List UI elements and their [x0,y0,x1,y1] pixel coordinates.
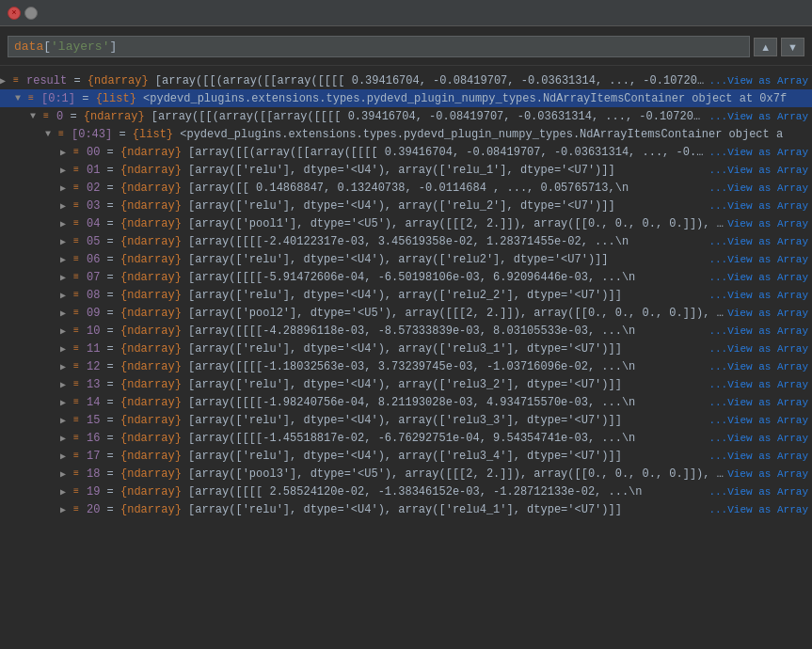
tree-arrow[interactable] [60,308,73,319]
view-as-array-link[interactable]: ...View as Array [705,415,808,426]
list-icon: ≡ [73,182,87,193]
view-as-array-link[interactable]: ...View as Array [705,236,808,247]
expression-input[interactable]: data['layers'] [8,36,750,57]
tree-arrow[interactable] [60,433,73,444]
view-as-array-link[interactable]: ...View as Array [705,504,808,515]
list-icon: ≡ [13,75,26,86]
view-as-array-link[interactable]: View as Array [724,218,808,230]
tree-row[interactable]: ≡ 11 = {ndarray} [array(['relu'], dtype=… [0,340,812,357]
tree-arrow[interactable] [60,165,73,176]
view-as-array-link[interactable]: ...View as Array [705,325,808,337]
tree-row[interactable]: ≡ result = {ndarray} [array([[(array([[a… [0,71,812,89]
list-icon: ≡ [28,93,41,103]
tree-row[interactable]: ≡ 18 = {ndarray} [array(['pool3'], dtype… [0,465,812,483]
tree-row[interactable]: ≡ 01 = {ndarray} [array(['relu'], dtype=… [0,161,812,179]
view-as-array-link[interactable]: ...View as Array [705,290,808,301]
view-as-array-link[interactable]: ...View as Array [705,165,808,176]
tree-arrow[interactable] [60,415,73,426]
row-content: 07 = {ndarray} [array([[[[-5.91472606e-0… [87,271,705,284]
view-as-array-link[interactable]: ...View as Array [705,182,808,194]
row-content: 09 = {ndarray} [array(['pool2'], dtype='… [87,307,724,320]
tree-arrow[interactable] [60,325,73,337]
tree-row[interactable]: ≡ 16 = {ndarray} [array([[[[-1.45518817e… [0,429,812,447]
tree-row[interactable]: ≡ 19 = {ndarray} [array([[[[ 2.58524120e… [0,483,812,500]
tree-arrow[interactable] [60,272,73,283]
view-as-array-link[interactable]: ...View as Array [705,254,808,265]
minimize-button[interactable] [24,7,38,20]
tree-arrow[interactable] [60,468,73,480]
row-content: 16 = {ndarray} [array([[[[-1.45518817e-0… [87,432,705,445]
tree-arrow[interactable] [60,236,73,247]
tree-row[interactable]: ≡ 0 = {ndarray} [array([[(array([[array(… [0,107,812,125]
view-as-array-link[interactable]: ...View as Array [705,111,808,122]
tree-arrow[interactable] [0,75,13,87]
view-as-array-link[interactable]: ...View as Array [705,272,808,283]
expand-button[interactable]: ▼ [781,38,804,56]
tree-arrow[interactable] [60,504,73,515]
tree-row[interactable]: ≡ 13 = {ndarray} [array(['relu'], dtype=… [0,375,812,393]
view-as-array-link[interactable]: ...View as Array [705,343,808,355]
tree-row[interactable]: ≡ 14 = {ndarray} [array([[[[-1.98240756e… [0,393,812,411]
tree-arrow[interactable] [60,397,73,408]
view-as-array-link[interactable]: ...View as Array [705,147,808,158]
tree-arrow[interactable] [15,93,28,103]
tree-arrow[interactable] [45,129,58,139]
row-content: 11 = {ndarray} [array(['relu'], dtype='<… [87,342,705,356]
tree-row[interactable]: ≡ 04 = {ndarray} [array(['pool1'], dtype… [0,214,812,232]
tree-row[interactable]: ≡ 20 = {ndarray} [array(['relu'], dtype=… [0,500,812,518]
tree-row[interactable]: ≡ 02 = {ndarray} [array([[ 0.14868847, 0… [0,179,812,197]
collapse-button[interactable]: ▲ [754,38,777,56]
list-icon: ≡ [73,397,87,407]
list-icon: ≡ [73,200,87,211]
row-content: [0:43] = {list} <pydevd_plugins.extensio… [72,128,808,141]
close-button[interactable]: × [8,7,21,20]
tree-arrow[interactable] [60,451,73,462]
tree-row[interactable]: ≡ 09 = {ndarray} [array(['pool2'], dtype… [0,304,812,322]
row-content: 0 = {ndarray} [array([[(array([[array([[… [56,110,705,123]
tree-arrow[interactable] [60,290,73,301]
tree-row[interactable]: ≡ [0:1] = {list} <pydevd_plugins.extensi… [0,89,812,107]
tree-row[interactable]: ≡ [0:43] = {list} <pydevd_plugins.extens… [0,125,812,143]
tree-arrow[interactable] [60,182,73,194]
view-as-array-link[interactable]: View as Array [724,308,808,319]
tree-arrow[interactable] [60,343,73,355]
list-icon: ≡ [73,236,87,246]
view-as-array-link[interactable]: ...View as Array [705,361,808,372]
view-as-array-link[interactable]: ...View as Array [705,433,808,444]
list-icon: ≡ [73,254,87,264]
tree-arrow[interactable] [30,111,43,121]
row-content: [0:1] = {list} <pydevd_plugins.extension… [41,92,808,105]
tree-row[interactable]: ≡ 07 = {ndarray} [array([[[[-5.91472606e… [0,268,812,286]
view-as-array-link[interactable]: ...View as Array [705,397,808,408]
view-as-array-link[interactable]: ...View as Array [705,486,808,498]
view-as-array-link[interactable]: ...View as Array [705,379,808,390]
list-icon: ≡ [73,451,87,461]
tree-row[interactable]: ≡ 03 = {ndarray} [array(['relu'], dtype=… [0,197,812,214]
list-icon: ≡ [73,468,87,479]
tree-row[interactable]: ≡ 17 = {ndarray} [array(['relu'], dtype=… [0,447,812,465]
view-as-array-link[interactable]: View as Array [724,468,808,480]
tree-row[interactable]: ≡ 05 = {ndarray} [array([[[[-2.40122317e… [0,232,812,250]
tree-arrow[interactable] [60,361,73,372]
tree-arrow[interactable] [60,218,73,230]
tree-arrow[interactable] [60,147,73,158]
list-icon: ≡ [73,218,87,229]
list-icon: ≡ [73,361,87,372]
tree-container[interactable]: ≡ result = {ndarray} [array([[(array([[a… [0,71,812,581]
tree-row[interactable]: ≡ 12 = {ndarray} [array([[[[-1.18032563e… [0,357,812,375]
tree-arrow[interactable] [60,486,73,498]
tree-arrow[interactable] [60,379,73,390]
tree-row[interactable]: ≡ 00 = {ndarray} [array([[(array([[array… [0,143,812,161]
tree-row[interactable]: ≡ 06 = {ndarray} [array(['relu'], dtype=… [0,250,812,268]
tree-row[interactable]: ≡ 15 = {ndarray} [array(['relu'], dtype=… [0,411,812,429]
list-icon: ≡ [58,129,72,139]
view-as-array-link[interactable]: ...View as Array [705,75,808,87]
view-as-array-link[interactable]: ...View as Array [705,200,808,212]
title-bar: × [0,0,812,26]
view-as-array-link[interactable]: ...View as Array [705,451,808,462]
list-icon: ≡ [73,165,87,175]
tree-arrow[interactable] [60,254,73,265]
tree-row[interactable]: ≡ 10 = {ndarray} [array([[[[-4.28896118e… [0,322,812,340]
tree-row[interactable]: ≡ 08 = {ndarray} [array(['relu'], dtype=… [0,286,812,304]
tree-arrow[interactable] [60,200,73,212]
